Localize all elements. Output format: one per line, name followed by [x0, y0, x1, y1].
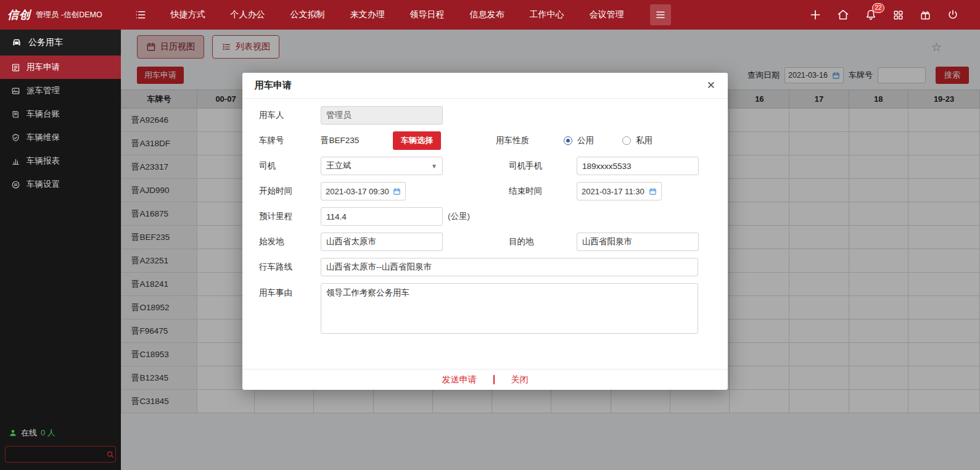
nav-item-info-publish[interactable]: 信息发布: [457, 9, 517, 20]
person-icon: [9, 429, 17, 437]
sidebar-item-dispatch-mgmt[interactable]: 派车管理: [0, 79, 121, 102]
ledger-book-icon: [11, 110, 20, 119]
form-row-plate-nature: 车牌号 晋BEF235 车辆选择 用车性质 公用 私用: [259, 131, 728, 150]
sidebar-item-vehicle-maintenance[interactable]: 车辆维保: [0, 126, 121, 149]
nav-item-leader-schedule[interactable]: 领导日程: [397, 9, 457, 20]
menu-toggle-icon[interactable]: [134, 9, 147, 21]
mileage-field[interactable]: [321, 207, 443, 226]
radio-public[interactable]: 公用: [564, 135, 594, 146]
radio-unselected-dot: [622, 136, 631, 145]
home-icon[interactable]: [837, 9, 849, 21]
sidebar-item-vehicle-reports[interactable]: 车辆报表: [0, 149, 121, 173]
footer-divider: [493, 375, 495, 384]
dialog-footer: 发送申请 关闭: [242, 369, 728, 390]
vehicle-select-button[interactable]: 车辆选择: [393, 131, 441, 150]
notification-badge: 22: [872, 3, 884, 13]
sidebar-module-title[interactable]: 公务用车: [0, 30, 121, 56]
end-time-picker[interactable]: 2021-03-17 11:30: [577, 182, 662, 200]
reason-label: 用车事由: [259, 283, 321, 299]
search-icon[interactable]: [106, 450, 115, 459]
sidebar: 公务用车 用车申请 派车管理 车辆台账 车辆维保 车辆报表 车辆设置 在线 0 …: [0, 30, 121, 470]
chevron-down-icon: ▼: [431, 163, 437, 170]
nav-item-personal-office[interactable]: 个人办公: [218, 9, 278, 20]
mileage-unit: (公里): [448, 211, 470, 222]
settings-icon: [11, 180, 20, 189]
calendar-icon: [649, 188, 657, 196]
sidebar-item-label: 车辆设置: [27, 179, 60, 190]
nav-item-shortcuts[interactable]: 快捷方式: [158, 9, 218, 20]
nature-label: 用车性质: [496, 135, 564, 146]
nav-item-work-center[interactable]: 工作中心: [517, 9, 577, 20]
phone-label: 司机手机: [509, 160, 577, 171]
nav-item-document-draft[interactable]: 公文拟制: [278, 9, 337, 20]
sidebar-item-vehicle-ledger[interactable]: 车辆台账: [0, 102, 121, 126]
start-time-label: 开始时间: [259, 186, 321, 197]
driver-select[interactable]: 王立斌 ▼: [321, 157, 443, 175]
nature-radio-group: 公用 私用: [564, 135, 653, 146]
form-row-reason: 用车事由 领导工作考察公务用车: [259, 283, 728, 334]
dest-label: 目的地: [509, 236, 577, 247]
apps-grid-icon[interactable]: [892, 9, 904, 21]
dialog-header: 用车申请 ✕: [242, 73, 728, 99]
close-icon[interactable]: ✕: [707, 80, 715, 91]
end-time-label: 结束时间: [509, 186, 577, 197]
sidebar-search-input[interactable]: [10, 450, 106, 459]
radio-private[interactable]: 私用: [622, 135, 653, 146]
sidebar-item-vehicle-request[interactable]: 用车申请: [0, 56, 121, 79]
notifications-bell-icon[interactable]: 22: [865, 9, 877, 21]
close-button[interactable]: 关闭: [511, 374, 529, 385]
request-form-icon: [11, 63, 20, 72]
vehicle-request-dialog: 用车申请 ✕ 用车人 车牌号 晋BEF235 车辆选择 用车性质 公用 私用: [242, 73, 728, 390]
dest-field[interactable]: [577, 233, 699, 251]
sidebar-item-label: 用车申请: [27, 62, 60, 73]
route-field[interactable]: [321, 258, 698, 276]
bar-chart-icon: [11, 157, 20, 166]
user-field: [321, 106, 443, 125]
dispatch-icon: [11, 86, 20, 96]
form-row-route: 行车路线: [259, 258, 728, 276]
online-status: 在线 0 人: [0, 427, 121, 439]
sidebar-item-label: 派车管理: [27, 85, 60, 96]
user-label: 用车人: [259, 110, 321, 121]
power-icon[interactable]: [947, 9, 959, 21]
form-row-times: 开始时间 2021-03-17 09:30 结束时间 2021-03-17 11…: [259, 182, 728, 200]
current-user-label: 管理员 -信创DEMO: [36, 10, 102, 20]
online-count: 0 人: [41, 427, 56, 439]
mileage-label: 预计里程: [259, 211, 321, 222]
radio-private-label: 私用: [636, 135, 653, 146]
plate-value: 晋BEF235: [321, 135, 393, 146]
sidebar-item-label: 车辆报表: [27, 155, 60, 167]
form-row-driver-phone: 司机 王立斌 ▼ 司机手机: [259, 157, 728, 175]
origin-label: 始发地: [259, 236, 321, 247]
more-menu-icon[interactable]: [650, 4, 671, 25]
end-time-value: 2021-03-17 11:30: [582, 187, 644, 196]
dialog-title: 用车申请: [255, 80, 292, 91]
origin-field[interactable]: [321, 233, 443, 251]
start-time-picker[interactable]: 2021-03-17 09:30: [321, 182, 406, 200]
sidebar-search[interactable]: [5, 446, 116, 463]
reason-field[interactable]: 领导工作考察公务用车: [321, 283, 698, 334]
nav-item-meeting-mgmt[interactable]: 会议管理: [577, 9, 636, 20]
gift-icon[interactable]: [920, 9, 931, 21]
radio-public-label: 公用: [577, 135, 594, 146]
driver-value: 王立斌: [326, 160, 352, 171]
sidebar-item-label: 车辆台账: [27, 109, 60, 120]
sidebar-item-label: 车辆维保: [27, 132, 60, 143]
topbar: 信创 管理员 -信创DEMO 快捷方式 个人办公 公文拟制 来文办理 领导日程 …: [0, 0, 980, 30]
logo-area: 信创 管理员 -信创DEMO: [0, 7, 121, 22]
sidebar-module-label: 公务用车: [28, 37, 63, 48]
plate-label: 车牌号: [259, 135, 321, 146]
add-icon[interactable]: [809, 9, 821, 21]
phone-field[interactable]: [577, 157, 699, 175]
route-label: 行车路线: [259, 262, 321, 273]
maintenance-shield-icon: [11, 133, 20, 142]
form-row-mileage: 预计里程 (公里): [259, 207, 728, 226]
app-logo: 信创: [7, 7, 31, 22]
sidebar-item-vehicle-settings[interactable]: 车辆设置: [0, 173, 121, 196]
form-row-user: 用车人: [259, 106, 728, 125]
send-request-button[interactable]: 发送申请: [442, 374, 477, 385]
nav-item-incoming-docs[interactable]: 来文办理: [337, 9, 397, 20]
topbar-actions: 22: [809, 9, 980, 21]
online-label: 在线: [21, 427, 37, 439]
sidebar-bottom: 在线 0 人: [0, 427, 121, 463]
